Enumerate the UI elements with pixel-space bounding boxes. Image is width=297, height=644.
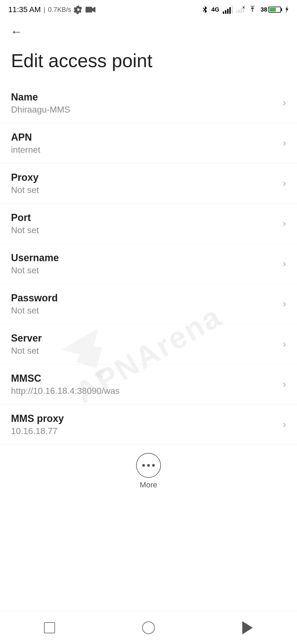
battery-indicator: 38 bbox=[261, 6, 281, 13]
settings-value-mms-proxy: 10.16.18.77 bbox=[11, 426, 277, 436]
settings-item-mms-proxy-content: MMS proxy 10.16.18.77 bbox=[11, 413, 277, 436]
chevron-right-mms-proxy: › bbox=[283, 419, 286, 430]
signal-bars-1 bbox=[223, 6, 233, 14]
settings-item-port-content: Port Not set bbox=[11, 212, 277, 235]
settings-item-server[interactable]: Server Not set › bbox=[0, 324, 297, 364]
more-label: More bbox=[140, 481, 157, 489]
home-icon bbox=[142, 621, 155, 634]
top-navigation: ← bbox=[0, 19, 297, 44]
chevron-right-port: › bbox=[283, 218, 286, 229]
status-right: 4G ✕ 38 bbox=[202, 5, 289, 14]
settings-label-server: Server bbox=[11, 332, 277, 344]
page-title-section: Edit access point bbox=[0, 44, 297, 83]
charging-icon bbox=[284, 6, 289, 13]
settings-value-port: Not set bbox=[11, 225, 277, 235]
settings-item-server-content: Server Not set bbox=[11, 332, 277, 356]
settings-value-username: Not set bbox=[11, 265, 277, 275]
chevron-right-mmsc: › bbox=[283, 378, 286, 390]
nav-home-button[interactable] bbox=[139, 618, 158, 637]
dot-1 bbox=[142, 464, 145, 467]
back-icon bbox=[242, 621, 253, 634]
settings-value-password: Not set bbox=[11, 305, 277, 316]
settings-value-proxy: Not set bbox=[11, 185, 277, 195]
svg-marker-4 bbox=[285, 6, 288, 13]
settings-item-proxy-content: Proxy Not set bbox=[11, 172, 277, 195]
time-display: 11:35 AM bbox=[8, 5, 41, 14]
settings-value-apn: internet bbox=[11, 145, 277, 155]
chevron-right-server: › bbox=[283, 338, 286, 350]
wifi-icon bbox=[248, 6, 257, 13]
back-button[interactable]: ← bbox=[8, 23, 25, 40]
more-section: More bbox=[0, 445, 297, 498]
settings-label-name: Name bbox=[11, 91, 277, 103]
settings-label-username: Username bbox=[11, 252, 277, 264]
dot-3 bbox=[152, 464, 155, 467]
signal-bars-2: ✕ bbox=[236, 6, 244, 13]
nav-recents-button[interactable] bbox=[40, 618, 59, 637]
settings-label-apn: APN bbox=[11, 132, 277, 143]
settings-value-server: Not set bbox=[11, 346, 277, 356]
settings-label-mms-proxy: MMS proxy bbox=[11, 413, 277, 424]
settings-list: Name Dhiraagu-MMS › APN internet › Proxy… bbox=[0, 83, 297, 445]
settings-item-name[interactable]: Name Dhiraagu-MMS › bbox=[0, 83, 297, 123]
settings-item-password-content: Password Not set bbox=[11, 292, 277, 316]
settings-item-apn-content: APN internet bbox=[11, 132, 277, 155]
settings-value-name: Dhiraagu-MMS bbox=[11, 105, 277, 115]
network-4g: 4G bbox=[211, 6, 219, 13]
settings-label-mmsc: MMSC bbox=[11, 373, 277, 384]
more-button[interactable] bbox=[136, 453, 161, 478]
settings-item-name-content: Name Dhiraagu-MMS bbox=[11, 91, 277, 115]
settings-label-proxy: Proxy bbox=[11, 172, 277, 183]
bottom-navigation bbox=[0, 611, 297, 644]
data-speed-value: 0.7KB/s bbox=[48, 6, 71, 13]
chevron-right-proxy: › bbox=[283, 178, 286, 189]
chevron-right-apn: › bbox=[283, 137, 286, 149]
svg-rect-0 bbox=[86, 7, 92, 13]
data-speed: | bbox=[43, 6, 45, 13]
dot-2 bbox=[147, 464, 150, 467]
camera-icon bbox=[86, 5, 95, 14]
settings-item-mms-proxy[interactable]: MMS proxy 10.16.18.77 › bbox=[0, 405, 297, 445]
chevron-right-username: › bbox=[283, 258, 286, 269]
bluetooth-icon bbox=[202, 5, 208, 14]
more-dots-icon bbox=[142, 464, 155, 467]
nav-back-button[interactable] bbox=[238, 618, 257, 637]
page-title: Edit access point bbox=[11, 50, 286, 72]
settings-item-apn[interactable]: APN internet › bbox=[0, 123, 297, 163]
chevron-right-password: › bbox=[283, 298, 286, 310]
settings-item-proxy[interactable]: Proxy Not set › bbox=[0, 163, 297, 204]
status-bar: 11:35 AM | 0.7KB/s 4G bbox=[0, 0, 297, 19]
status-left: 11:35 AM | 0.7KB/s bbox=[8, 5, 95, 14]
settings-item-mmsc[interactable]: MMSC http://10.16.18.4:38090/was › bbox=[0, 364, 297, 405]
chevron-right-name: › bbox=[283, 97, 286, 109]
settings-item-username-content: Username Not set bbox=[11, 252, 277, 275]
svg-marker-1 bbox=[92, 7, 95, 13]
settings-item-password[interactable]: Password Not set › bbox=[0, 284, 297, 324]
settings-item-port[interactable]: Port Not set › bbox=[0, 204, 297, 244]
back-arrow-icon: ← bbox=[10, 25, 23, 39]
settings-icon bbox=[74, 5, 83, 14]
settings-value-mmsc: http://10.16.18.4:38090/was bbox=[11, 386, 277, 396]
settings-label-password: Password bbox=[11, 292, 277, 304]
recents-icon bbox=[44, 622, 55, 633]
settings-item-username[interactable]: Username Not set › bbox=[0, 244, 297, 284]
content-area: Edit access point Name Dhiraagu-MMS › AP… bbox=[0, 44, 297, 611]
settings-label-port: Port bbox=[11, 212, 277, 223]
settings-item-mmsc-content: MMSC http://10.16.18.4:38090/was bbox=[11, 373, 277, 396]
